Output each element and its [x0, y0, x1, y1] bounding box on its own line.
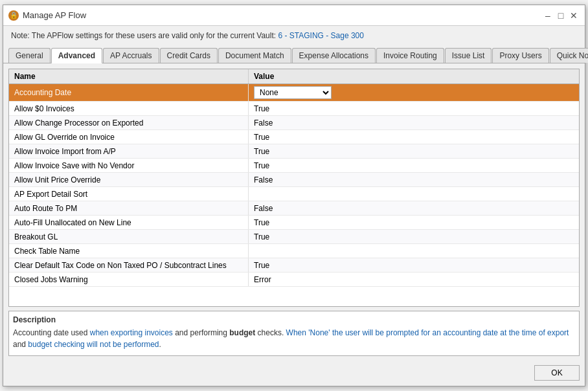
- maximize-button[interactable]: □: [555, 10, 567, 21]
- table-row[interactable]: Clear Default Tax Code on Non Taxed PO /…: [9, 258, 579, 273]
- table-header: Name Value: [9, 69, 579, 84]
- description-bold: budget: [229, 328, 255, 337]
- tab-proxy-users[interactable]: Proxy Users: [492, 48, 548, 63]
- tabs-bar: GeneralAdvancedAP AccrualsCredit CardsDo…: [3, 45, 585, 63]
- cell-value: False: [249, 173, 579, 186]
- cell-name: Auto-Fill Unallocated on New Line: [9, 216, 249, 229]
- description-highlight: budget checking will not be performed: [28, 340, 159, 349]
- tab-document-match[interactable]: Document Match: [218, 48, 291, 63]
- content-area: Name Value Accounting DateNoneSystem Dat…: [3, 63, 585, 361]
- cell-name: Auto Route To PM: [9, 201, 249, 215]
- table-row[interactable]: Allow GL Override on InvoiceTrue: [9, 130, 579, 144]
- table-row[interactable]: Allow $0 InvoicesTrue: [9, 102, 579, 116]
- table-row[interactable]: Allow Change Processor on ExportedFalse: [9, 116, 579, 130]
- cell-value: True: [249, 230, 579, 243]
- cell-value: True: [249, 130, 579, 144]
- cell-name: Clear Default Tax Code on Non Taxed PO /…: [9, 258, 249, 272]
- description-normal: Accounting date used: [13, 328, 90, 337]
- cell-name: Closed Jobs Warning: [9, 273, 249, 286]
- cell-value: True: [249, 102, 579, 115]
- description-box: Description Accounting date used when ex…: [8, 311, 580, 356]
- tab-advanced[interactable]: Advanced: [51, 48, 102, 63]
- cell-name: Allow Change Processor on Exported: [9, 116, 249, 129]
- tab-credit-cards[interactable]: Credit Cards: [160, 48, 218, 63]
- cell-value: True: [249, 216, 579, 229]
- description-normal: and performing: [173, 328, 229, 337]
- cell-name: Allow Invoice Save with No Vendor: [9, 159, 249, 172]
- description-text: Accounting date used when exporting invo…: [13, 327, 575, 350]
- cell-name: Allow Invoice Import from A/P: [9, 144, 249, 158]
- description-title: Description: [13, 315, 575, 324]
- cell-value: True: [249, 258, 579, 272]
- table-body: Accounting DateNoneSystem DateInvoice Da…: [9, 84, 579, 306]
- table-row[interactable]: Check Table Name: [9, 244, 579, 258]
- col-value-header: Value: [249, 69, 579, 84]
- description-normal: .: [159, 340, 161, 349]
- table-row[interactable]: Closed Jobs WarningError: [9, 273, 579, 287]
- cell-name: Allow GL Override on Invoice: [9, 130, 249, 144]
- note-vault: 6 - STAGING - Sage 300: [278, 31, 364, 40]
- ok-button[interactable]: OK: [534, 365, 580, 381]
- window-title: Manage AP Flow: [23, 10, 86, 20]
- table-row[interactable]: AP Export Detail Sort: [9, 187, 579, 201]
- description-highlight: when exporting invoices: [90, 328, 173, 337]
- cell-name: Breakout GL: [9, 230, 249, 243]
- table-row[interactable]: Auto Route To PMFalse: [9, 201, 579, 216]
- tab-expense-allocations[interactable]: Expense Allocations: [292, 48, 376, 63]
- table-row[interactable]: Accounting DateNoneSystem DateInvoice Da…: [9, 84, 579, 102]
- cell-name: Allow $0 Invoices: [9, 102, 249, 115]
- cell-name: Accounting Date: [9, 84, 249, 101]
- cell-name: AP Export Detail Sort: [9, 187, 249, 201]
- cell-value: [249, 244, 579, 258]
- cell-name: Check Table Name: [9, 244, 249, 258]
- tab-quick-notes[interactable]: Quick Notes: [550, 48, 588, 63]
- cell-name: Allow Unit Price Override: [9, 173, 249, 186]
- description-highlight: When 'None' the user will be prompted fo…: [286, 328, 569, 337]
- tab-general[interactable]: General: [8, 48, 51, 63]
- cell-value: False: [249, 201, 579, 215]
- cell-value[interactable]: NoneSystem DateInvoice DateDue Date: [249, 84, 579, 101]
- note-prefix: Note: The APFlow settings for these user…: [11, 31, 278, 40]
- col-name-header: Name: [9, 69, 249, 84]
- minimize-button[interactable]: –: [542, 10, 554, 21]
- table-row[interactable]: Allow Invoice Save with No VendorTrue: [9, 159, 579, 173]
- cell-value: True: [249, 144, 579, 158]
- accounting-date-dropdown[interactable]: NoneSystem DateInvoice DateDue Date: [254, 86, 332, 99]
- cell-value: [249, 187, 579, 201]
- cell-value: True: [249, 159, 579, 172]
- title-controls: – □ ✕: [542, 10, 580, 21]
- table-row[interactable]: Allow Unit Price OverrideFalse: [9, 173, 579, 187]
- description-normal: and: [13, 340, 28, 349]
- data-table: Name Value Accounting DateNoneSystem Dat…: [8, 69, 580, 307]
- table-row[interactable]: Allow Invoice Import from A/PTrue: [9, 144, 579, 159]
- manage-ap-flow-window: 🔒 Manage AP Flow – □ ✕ Note: The APFlow …: [3, 5, 585, 386]
- lock-icon: 🔒: [8, 10, 19, 21]
- note-bar: Note: The APFlow settings for these user…: [3, 26, 585, 45]
- tab-invoice-routing[interactable]: Invoice Routing: [376, 48, 444, 63]
- description-normal: checks.: [255, 328, 286, 337]
- tab-ap-accruals[interactable]: AP Accruals: [103, 48, 159, 63]
- cell-value: Error: [249, 273, 579, 286]
- tab-issue-list[interactable]: Issue List: [445, 48, 492, 63]
- title-bar-left: 🔒 Manage AP Flow: [8, 10, 86, 21]
- table-row[interactable]: Auto-Fill Unallocated on New LineTrue: [9, 216, 579, 230]
- footer: OK: [3, 361, 585, 386]
- close-button[interactable]: ✕: [568, 10, 580, 21]
- cell-value: False: [249, 116, 579, 129]
- title-bar: 🔒 Manage AP Flow – □ ✕: [3, 5, 585, 26]
- table-row[interactable]: Breakout GLTrue: [9, 230, 579, 244]
